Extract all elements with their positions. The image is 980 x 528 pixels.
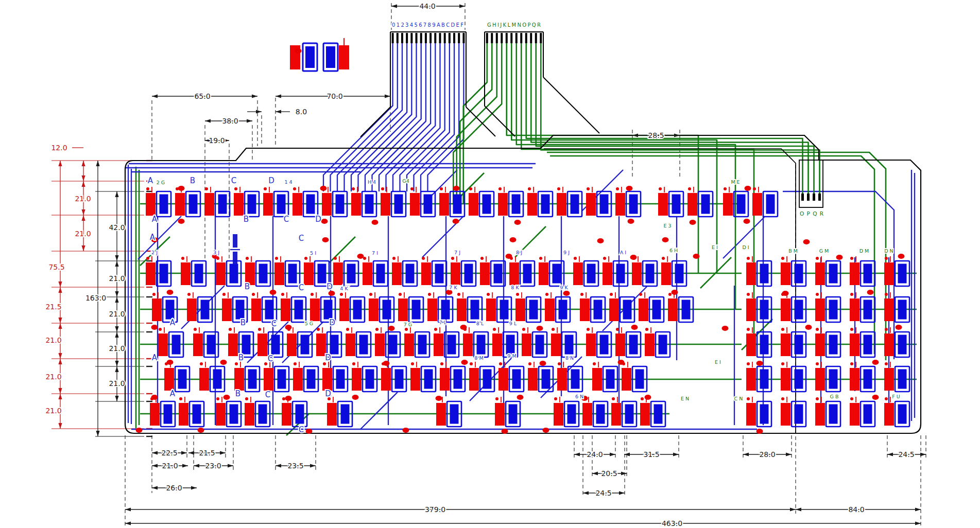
- ribbon-contact: [506, 33, 508, 43]
- coord-label: 1 4: [284, 179, 292, 185]
- switch-dot: [616, 187, 619, 190]
- dim-21.5: 21.5: [199, 449, 215, 457]
- switch-dot: [558, 362, 561, 365]
- coord-label: 6 N: [575, 394, 583, 399]
- switch-blue-pad: [898, 369, 907, 389]
- side-connector-contact: [818, 193, 821, 201]
- switch-red-pad: [293, 368, 303, 391]
- ribbon-contact: [420, 33, 422, 43]
- red-dot: [805, 325, 812, 330]
- line: [466, 107, 495, 136]
- switch-dot: [457, 293, 460, 296]
- dimension-arrow: [310, 464, 316, 467]
- switch-red-pad: [381, 368, 391, 391]
- dimension-arrow: [58, 281, 62, 287]
- switch-dot: [480, 257, 484, 260]
- switch-dot: [554, 397, 557, 400]
- dimension-arrow: [391, 4, 397, 8]
- switch-dot: [747, 397, 750, 400]
- coord-label: 8 J: [516, 250, 522, 255]
- switch-red-pad: [216, 403, 226, 426]
- switch-red-pad: [582, 403, 592, 426]
- switch-dot: [281, 293, 284, 296]
- switch-dot: [275, 257, 278, 260]
- dimension-arrow: [81, 245, 85, 251]
- switch-dot: [194, 328, 197, 331]
- switch-dot: [885, 397, 888, 400]
- blue-ribbon-trace: [379, 43, 431, 191]
- switch-red-pad: [346, 333, 355, 356]
- switch-dot: [181, 257, 184, 260]
- switch-blue-pad: [471, 300, 479, 320]
- dimension-arrow: [115, 255, 118, 261]
- switch-dot: [580, 293, 583, 296]
- switch-dot: [885, 362, 888, 365]
- dimension-arrow: [632, 133, 638, 137]
- switch-dot: [411, 362, 414, 365]
- red-dot: [320, 186, 327, 191]
- switch-blue-pad: [424, 195, 433, 214]
- dimension-arrow: [115, 191, 118, 197]
- red-dot: [357, 254, 364, 259]
- switch-dot: [205, 187, 208, 190]
- detail-red-pad: [339, 45, 349, 69]
- switch-dot: [850, 362, 853, 365]
- switch-blue-pad: [193, 404, 201, 424]
- coord-label: 9 L: [509, 321, 517, 326]
- switch-red-pad: [850, 333, 859, 356]
- switch-dot: [781, 362, 784, 365]
- switch-red-pad: [580, 298, 590, 321]
- dim-42.0: 42.0: [109, 223, 125, 232]
- switch-blue-pad: [277, 195, 286, 214]
- switch-dot: [557, 187, 560, 190]
- switch-dot: [311, 293, 314, 296]
- switch-red-pad: [781, 368, 790, 391]
- switch-blue-pad: [571, 195, 579, 214]
- row-letter-D: D: [325, 353, 331, 362]
- dimension-arrow: [915, 521, 921, 525]
- coord-label: F U: [892, 394, 900, 399]
- green-trace: [330, 237, 355, 262]
- switch-dot: [645, 328, 648, 331]
- switch-blue-pad: [675, 264, 684, 284]
- switch-blue-pad: [248, 369, 257, 389]
- switch-blue-pad: [898, 264, 907, 284]
- dimension-arrow: [58, 394, 62, 399]
- switch-dot: [352, 187, 355, 190]
- red-dot: [626, 186, 633, 191]
- switch-blue-pad: [682, 300, 691, 320]
- dim-23.5: 23.5: [287, 462, 303, 470]
- switch-red-pad: [557, 193, 566, 216]
- switch-dot: [422, 257, 425, 260]
- switch-blue-pad: [295, 300, 303, 320]
- blue-trace: [138, 216, 181, 259]
- ribbon-contact: [496, 33, 498, 43]
- switch-dot: [428, 293, 431, 296]
- coord-label: G B: [830, 394, 839, 399]
- row-letter-A: A: [152, 353, 158, 362]
- dimension-arrow: [58, 388, 62, 394]
- switch-dot: [747, 257, 750, 260]
- switch-blue-pad: [242, 335, 251, 355]
- switch-dot: [399, 293, 402, 296]
- coord-label: G4: [402, 178, 409, 184]
- dimension-arrow: [182, 464, 188, 467]
- dimension-arrow: [252, 94, 257, 98]
- switch-blue-pad: [829, 300, 838, 320]
- dim-21.0: 21.0: [75, 230, 91, 238]
- line: [360, 107, 390, 137]
- red-dot: [329, 291, 335, 296]
- blue-ribbon-trace: [428, 43, 464, 191]
- row-letter-C: C: [299, 234, 304, 243]
- coord-label: 6 H: [669, 248, 678, 253]
- red-dot: [403, 428, 409, 433]
- switch-dot: [440, 362, 443, 365]
- switch-red-pad: [234, 368, 244, 391]
- switch-blue-pad: [230, 404, 238, 424]
- switch-dot: [724, 187, 727, 190]
- red-dot: [867, 290, 874, 295]
- switch-red-pad: [498, 193, 508, 216]
- switch-dot: [294, 362, 297, 365]
- row-letter-C: C: [268, 354, 273, 363]
- dimension-arrow: [81, 175, 85, 181]
